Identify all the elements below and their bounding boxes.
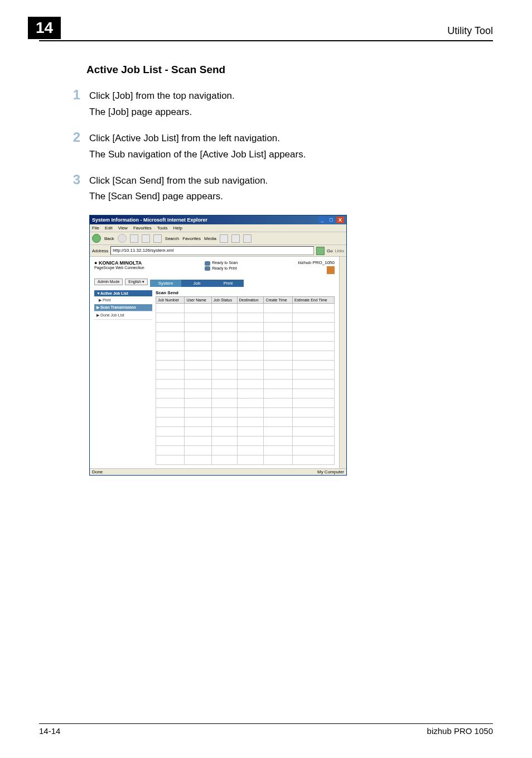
links-label[interactable]: Links [335,249,344,253]
table-row [156,408,335,418]
address-label: Address [92,248,108,253]
table-title: Scan Send [156,290,335,295]
top-tabs: System Job Print [150,280,335,287]
table-row [156,389,335,399]
table-row [156,455,335,465]
back-icon[interactable] [92,234,101,243]
section-title: Active Job List - Scan Send [86,64,487,76]
status-done: Done [92,469,103,474]
table-row [156,342,335,351]
device-name: bizhub PRO_1050 [298,260,335,265]
go-button[interactable] [316,247,325,255]
menu-bar: File Edit View Favorites Tools Help [90,224,346,232]
col-end-time: Estimate End Time [292,297,334,304]
content: Active Job List - Scan Send 1 Click [Job… [39,41,493,476]
status-icons: Ready to Scan Ready to Print [205,260,238,271]
ie-toolbar: Back Search Favorites Media [90,232,346,245]
col-user-name: User Name [185,297,211,304]
step-1: 1 Click [Job] from the top navigation. T… [89,88,487,121]
table-row [156,332,335,342]
history-icon[interactable] [220,234,228,243]
menu-help[interactable]: Help [173,226,182,231]
scrollbar[interactable] [339,257,346,468]
favorites-button[interactable]: Favorites [182,236,201,241]
ready-print: Ready to Print [205,266,238,271]
menu-favorites[interactable]: Favorites [133,226,152,231]
media-button[interactable]: Media [204,236,216,241]
nav-scan-transmission[interactable]: ▶ Scan Transmission [94,304,152,311]
step-number: 1 [59,88,89,121]
chapter-number: 14 [28,17,61,39]
page-footer: 14-14 bizhub PRO 1050 [39,723,493,736]
menu-tools[interactable]: Tools [157,226,168,231]
search-button[interactable]: Search [165,236,179,241]
address-bar: Address http://10.11.32.126/system.xml G… [90,245,346,257]
stop-icon[interactable] [130,234,138,243]
status-bar: Done My Computer [90,468,346,475]
step-3: 3 Click [Scan Send] from the sub navigat… [89,173,487,205]
col-job-number: Job Number [156,297,185,304]
table-row [156,313,335,323]
scan-send-table: Job Number User Name Job Status Destinat… [156,296,335,465]
window-title: System Information - Microsoft Internet … [92,217,207,223]
page-number: 14-14 [39,726,60,736]
status-zone: My Computer [317,469,344,474]
col-destination: Destination [237,297,264,304]
close-button[interactable]: X [336,217,344,223]
step-text: Click [Scan Send] from the sub navigatio… [89,173,268,189]
step-text: The [Scan Send] page appears. [89,189,268,205]
step-text: Click [Job] from the top navigation. [89,88,235,104]
nav-active-job-list[interactable]: ▼Active Job List [94,290,152,296]
table-row [156,427,335,436]
footer-product: bizhub PRO 1050 [427,726,493,736]
table-row [156,323,335,332]
table-row [156,446,335,455]
print-icon[interactable] [243,234,252,243]
tab-system[interactable]: System [150,280,181,287]
table-row [156,351,335,361]
address-input[interactable]: http://10.11.32.126/system.xml [110,246,314,255]
home-icon[interactable] [153,234,162,243]
step-2: 2 Click [Active Job List] from the left … [89,131,487,163]
ready-scan: Ready to Scan [205,260,238,266]
refresh-icon[interactable] [142,234,150,243]
menu-file[interactable]: File [92,226,99,231]
page-header: 14 Utility Tool [39,17,493,41]
mail-icon[interactable] [231,234,240,243]
screenshot-figure: System Information - Microsoft Internet … [89,215,487,476]
nav-done-job-list[interactable]: ▶ Done Job List [94,311,152,320]
left-navigation: ▼Active Job List ▶ Print ▶ Scan Transmis… [94,290,152,465]
table-row [156,436,335,446]
ie-window: System Information - Microsoft Internet … [89,215,347,476]
table-row [156,418,335,427]
tab-job[interactable]: Job [181,280,212,287]
step-text: The Sub navigation of the [Active Job Li… [89,147,306,163]
subbrand: PageScope Web Connection [94,266,144,270]
back-label[interactable]: Back [104,236,114,241]
step-text: The [Job] page appears. [89,104,235,121]
col-job-status: Job Status [211,297,237,304]
table-row [156,399,335,408]
forward-icon[interactable] [118,234,127,243]
job-table-area: Scan Send Job Number User Name Job Statu… [156,290,335,465]
col-create-time: Create Time [264,297,292,304]
step-text: Click [Active Job List] from the left na… [89,131,306,147]
titlebar: System Information - Microsoft Internet … [90,215,346,224]
menu-edit[interactable]: Edit [105,226,113,231]
step-number: 3 [59,173,89,205]
table-row [156,380,335,389]
minimize-button[interactable]: _ [318,217,326,223]
table-row [156,304,335,313]
menu-view[interactable]: View [118,226,128,231]
maximize-button[interactable]: □ [327,217,335,223]
header-title: Utility Tool [447,25,493,39]
admin-mode-button[interactable]: Admin Mode [94,279,123,285]
tab-print[interactable]: Print [212,280,244,287]
language-select[interactable]: English ▾ [125,279,148,285]
device-icon [327,266,335,274]
table-row [156,361,335,370]
go-label[interactable]: Go [327,248,333,253]
table-row [156,370,335,380]
nav-print[interactable]: ▶ Print [94,296,152,304]
step-number: 2 [59,131,89,163]
